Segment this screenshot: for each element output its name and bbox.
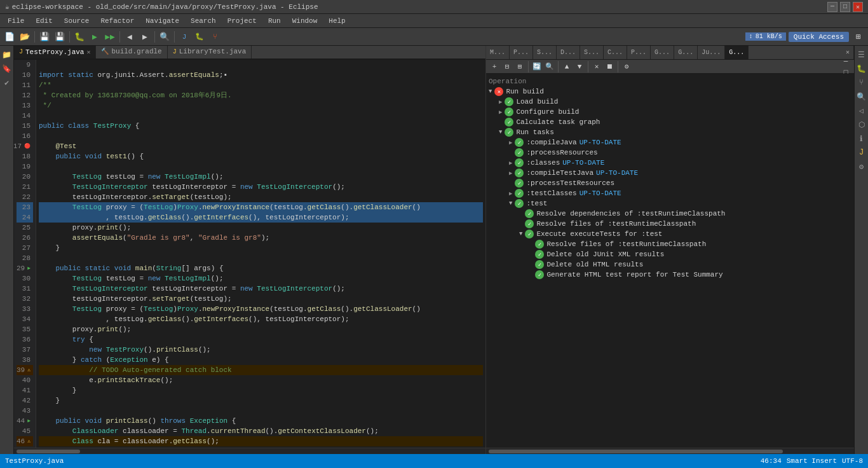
rs-bug-icon[interactable]: 🐛 [855, 62, 868, 75]
tree-process-resources[interactable]: ▶ ✓ :processResources [489, 148, 851, 158]
forward-button[interactable]: ▶ [138, 30, 152, 44]
build-panel-scrollbar[interactable] [486, 448, 854, 454]
menu-help[interactable]: Help [323, 16, 350, 26]
menu-navigate[interactable]: Navigate [140, 16, 184, 26]
rs-settings-icon[interactable]: ⚙ [855, 160, 868, 173]
status-compile-java: ✓ [515, 138, 524, 147]
minimize-button[interactable]: ─ [827, 2, 837, 12]
save-button[interactable]: 💾 [37, 30, 51, 44]
right-tab-m[interactable]: M... [486, 46, 510, 59]
rs-java-icon[interactable]: J [855, 146, 868, 159]
tree-process-test-resources[interactable]: ▶ ✓ :processTestResources [489, 178, 851, 188]
tree-execute-tests[interactable]: ▼ ✓ Execute executeTests for :test [489, 229, 851, 239]
rt-expand[interactable]: ⊞ [514, 61, 526, 72]
menu-search[interactable]: Search [186, 16, 221, 26]
right-tab-c[interactable]: C... [604, 46, 627, 59]
java-persp-btn[interactable]: J [177, 30, 191, 44]
right-tab-ju[interactable]: Ju... [698, 46, 725, 59]
rt-cancel[interactable]: ✕ [591, 61, 602, 72]
rt-minimize-panel[interactable]: — [840, 55, 851, 67]
status-encoding: UTF-8 [842, 457, 863, 465]
editor-area: J TestProxy.java ✕ 🔨 build.gradle J Libr… [14, 46, 485, 454]
debug-button[interactable]: 🐛 [72, 30, 86, 44]
tab-buildgradle[interactable]: 🔨 build.gradle [96, 46, 167, 59]
uptodate-test-classes: UP-TO-DATE [580, 189, 621, 197]
right-tab-d[interactable]: D... [557, 46, 580, 59]
quick-access-button[interactable]: Quick Access [789, 32, 849, 42]
code-line-30: TestLog testLog = new TestLogImpl(); [39, 273, 483, 284]
rs-bookmark-icon[interactable]: ⬡ [855, 118, 868, 131]
tree-generate-html[interactable]: ▶ ✓ Generate HTML test report for Test S… [489, 270, 851, 280]
git-persp-btn[interactable]: ⑂ [208, 30, 222, 44]
open-perspective-button[interactable]: ⊞ [851, 30, 865, 44]
tab-testproxy-close[interactable]: ✕ [86, 48, 90, 56]
right-tab-s2[interactable]: S... [580, 46, 604, 59]
tab-testproxy-label: TestProxy.java [25, 48, 84, 56]
sidebar-bookmark[interactable]: 🔖 [1, 62, 13, 75]
tree-delete-html[interactable]: ▶ ✓ Delete old HTML results [489, 259, 851, 270]
right-tab-pp[interactable]: P... [627, 46, 651, 59]
tree-load-build[interactable]: ▶ ✓ Load build [489, 97, 851, 107]
tree-compile-test-java[interactable]: ▶ ✓ :compileTestJava UP-TO-DATE [489, 168, 851, 178]
arrow-execute-tests: ▼ [519, 231, 522, 237]
tree-resolve-deps[interactable]: ▶ ✓ Resolve dependencies of :testRuntime… [489, 209, 851, 219]
tree-run-build[interactable]: ▼ ✕ Run build [489, 86, 851, 97]
right-tab-g2[interactable]: G... [674, 46, 698, 59]
rs-info-icon[interactable]: ℹ [855, 132, 868, 145]
code-lines[interactable]: import static org.junit.Assert.assertEqu… [36, 60, 485, 448]
tree-resolve-files[interactable]: ▶ ✓ Resolve files of :testRuntimeClasspa… [489, 219, 851, 229]
tree-resolve-files-2[interactable]: ▶ ✓ Resolve files of :testRuntimeClasspa… [489, 239, 851, 249]
close-button[interactable]: ✕ [853, 2, 863, 12]
rt-sync[interactable]: 🔄 [531, 61, 543, 72]
tree-compile-java[interactable]: ▶ ✓ :compileJava UP-TO-DATE [489, 137, 851, 148]
build-scrollbar-track[interactable] [489, 450, 783, 453]
tree-configure-build[interactable]: ▶ ✓ Configure build [489, 107, 851, 117]
rs-search-icon[interactable]: 🔍 [855, 90, 868, 103]
menu-file[interactable]: File [3, 16, 29, 26]
tree-delete-xml[interactable]: ▶ ✓ Delete old JUnit XML results [489, 249, 851, 259]
rs-tasks-icon[interactable]: ☰ [855, 48, 868, 61]
h-scroll-thumb[interactable] [17, 450, 80, 453]
rt-up[interactable]: ▲ [561, 61, 573, 72]
tab-testproxy[interactable]: J TestProxy.java ✕ [14, 46, 96, 59]
tree-test[interactable]: ▼ ✓ :test [489, 198, 851, 209]
rt-settings[interactable]: ⚙ [621, 61, 632, 72]
rs-nav-icon[interactable]: ◁ [855, 104, 868, 117]
window-controls[interactable]: ─ □ ✕ [827, 2, 863, 12]
build-output: Operation ▼ ✕ Run build ▶ ✓ Load build ▶… [486, 74, 854, 448]
menu-refactor[interactable]: Refactor [95, 16, 139, 26]
debug-persp-btn[interactable]: 🐛 [193, 30, 207, 44]
rt-add[interactable]: + [489, 61, 500, 72]
menu-project[interactable]: Project [222, 16, 262, 26]
sidebar-tasks[interactable]: ✔ [1, 76, 13, 89]
tree-run-tasks[interactable]: ▼ ✓ Run tasks [489, 127, 851, 137]
search-button[interactable]: 🔍 [158, 30, 172, 44]
rt-filter[interactable]: 🔍 [544, 61, 555, 72]
arrow-configure-build: ▶ [499, 109, 502, 116]
right-tab-g1[interactable]: G... [651, 46, 674, 59]
rt-collapse[interactable]: ⊟ [501, 61, 513, 72]
menu-source[interactable]: Source [59, 16, 95, 26]
tree-calculate-task-graph[interactable]: ▶ ✓ Calculate task graph [489, 117, 851, 127]
right-tab-g3[interactable]: G... [725, 46, 749, 59]
menu-edit[interactable]: Edit [31, 16, 57, 26]
maximize-button[interactable]: □ [840, 2, 850, 12]
run-last-button[interactable]: ▶▶ [103, 30, 117, 44]
rt-stop[interactable]: ⏹ [604, 61, 615, 72]
back-button[interactable]: ◀ [123, 30, 137, 44]
new-button[interactable]: 📄 [3, 30, 17, 44]
tree-test-classes[interactable]: ▶ ✓ :testClasses UP-TO-DATE [489, 188, 851, 198]
right-tab-s[interactable]: S... [533, 46, 557, 59]
tab-librarytest[interactable]: J LibraryTest.java [168, 46, 252, 59]
rs-git-icon[interactable]: ⑂ [855, 76, 868, 89]
horizontal-scrollbar[interactable] [14, 448, 485, 454]
run-button[interactable]: ▶ [88, 30, 102, 44]
save-all-button[interactable]: 💾 [53, 30, 67, 44]
open-button[interactable]: 📂 [18, 30, 32, 44]
tree-classes[interactable]: ▶ ✓ :classes UP-TO-DATE [489, 158, 851, 168]
right-tab-p[interactable]: P... [510, 46, 533, 59]
menu-window[interactable]: Window [287, 16, 323, 26]
menu-run[interactable]: Run [263, 16, 286, 26]
sidebar-package-explorer[interactable]: 📁 [1, 48, 13, 61]
rt-down[interactable]: ▼ [574, 61, 585, 72]
